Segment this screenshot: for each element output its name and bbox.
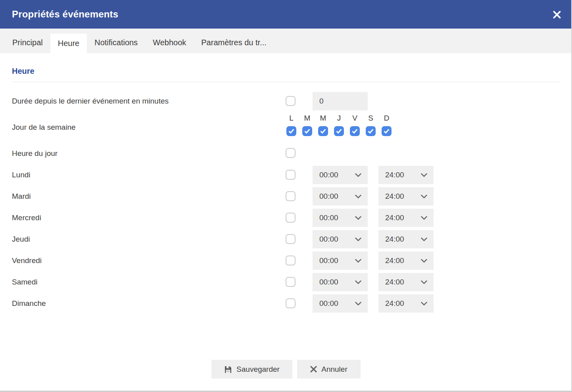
check-icon — [289, 128, 294, 133]
start-time-select[interactable]: 00:00 — [313, 273, 368, 291]
day-checkbox[interactable] — [286, 277, 296, 287]
day-checkbox[interactable] — [286, 256, 296, 265]
weekday-letter: D — [382, 113, 392, 123]
weekday-letter: L — [286, 113, 296, 123]
section-title: Heure — [12, 67, 35, 76]
end-time-select[interactable]: 24:00 — [378, 166, 434, 184]
start-time-select[interactable]: 00:00 — [313, 294, 368, 313]
end-time-select[interactable]: 24:00 — [378, 273, 434, 291]
start-time-select[interactable]: 00:00 — [313, 230, 368, 248]
start-time-select[interactable]: 00:00 — [313, 252, 368, 270]
close-icon[interactable] — [552, 10, 561, 19]
weekday-letter: V — [350, 113, 360, 123]
chevron-down-icon — [421, 238, 427, 242]
section-divider — [12, 82, 561, 82]
check-icon — [336, 128, 342, 133]
chevron-down-icon — [421, 302, 427, 306]
end-time-value: 24:00 — [378, 192, 404, 201]
chevron-down-icon — [355, 238, 361, 242]
check-icon — [352, 128, 358, 133]
weekday-checkbox[interactable] — [382, 126, 392, 136]
save-button[interactable]: Sauvegarder — [211, 360, 292, 379]
weekday-label: Jour de la semaine — [12, 122, 76, 133]
dialog-titlebar: Propriétés événements — [0, 0, 572, 29]
day-label: Vendredi — [12, 252, 42, 270]
weekday-checkbox[interactable] — [318, 126, 328, 136]
chevron-down-icon — [355, 173, 361, 177]
weekday-checkbox[interactable] — [366, 126, 376, 136]
weekday-letter: M — [302, 113, 312, 123]
cancel-button[interactable]: Annuler — [297, 360, 361, 379]
chevron-down-icon — [355, 195, 361, 199]
end-time-select[interactable]: 24:00 — [378, 187, 434, 206]
tab-parametres[interactable]: Paramètres du tr... — [194, 29, 274, 53]
chevron-down-icon — [355, 281, 361, 284]
save-button-label: Sauvegarder — [236, 365, 280, 374]
start-time-value: 00:00 — [313, 171, 338, 179]
chevron-down-icon — [421, 259, 427, 263]
event-properties-dialog: Propriétés événements PrincipalHeureNoti… — [0, 0, 572, 392]
weekday-letter: S — [366, 113, 376, 123]
day-checkbox[interactable] — [286, 191, 296, 201]
chevron-down-icon — [355, 302, 361, 306]
day-checkbox[interactable] — [286, 170, 296, 180]
end-time-value: 24:00 — [378, 256, 404, 265]
chevron-down-icon — [421, 216, 427, 220]
chevron-down-icon — [355, 259, 361, 263]
start-time-select[interactable]: 00:00 — [313, 209, 368, 227]
day-checkbox[interactable] — [286, 298, 296, 308]
weekday-checkbox[interactable] — [286, 126, 296, 136]
day-label: Mercredi — [12, 209, 41, 227]
tab-heure[interactable]: Heure — [50, 34, 87, 53]
save-icon — [224, 365, 232, 373]
start-time-value: 00:00 — [313, 213, 338, 222]
check-icon — [368, 128, 374, 133]
chevron-down-icon — [355, 216, 361, 220]
end-time-value: 24:00 — [378, 299, 404, 308]
check-icon — [384, 128, 390, 133]
chevron-down-icon — [421, 195, 427, 199]
end-time-select[interactable]: 24:00 — [378, 294, 434, 313]
end-time-select[interactable]: 24:00 — [378, 209, 434, 227]
cancel-x-icon — [310, 366, 317, 373]
end-time-select[interactable]: 24:00 — [378, 230, 434, 248]
duration-checkbox[interactable] — [286, 96, 296, 106]
start-time-value: 00:00 — [313, 278, 338, 286]
day-label: Dimanche — [12, 294, 46, 313]
end-time-value: 24:00 — [378, 213, 404, 222]
day-label: Lundi — [12, 166, 31, 184]
tab-webhook[interactable]: Webhook — [145, 29, 194, 53]
start-time-value: 00:00 — [313, 235, 338, 244]
hour-of-day-checkbox[interactable] — [286, 148, 296, 158]
tab-notifications[interactable]: Notifications — [87, 29, 145, 53]
start-time-value: 00:00 — [313, 192, 338, 201]
check-icon — [305, 128, 310, 133]
chevron-down-icon — [421, 173, 427, 177]
start-time-select[interactable]: 00:00 — [313, 187, 368, 206]
duration-input[interactable] — [313, 92, 368, 110]
day-checkbox[interactable] — [286, 234, 296, 244]
chevron-down-icon — [421, 281, 427, 284]
window-bottom-edge — [0, 390, 572, 392]
duration-label: Durée depuis le dernier événement en min… — [12, 92, 169, 110]
weekday-checkbox[interactable] — [334, 126, 344, 136]
weekday-checkbox[interactable] — [350, 126, 360, 136]
end-time-value: 24:00 — [378, 278, 404, 286]
weekday-checkbox[interactable] — [302, 126, 312, 136]
end-time-select[interactable]: 24:00 — [378, 252, 434, 270]
weekday-letter: M — [318, 113, 328, 123]
day-checkbox[interactable] — [286, 213, 296, 223]
cancel-button-label: Annuler — [321, 365, 347, 374]
tab-principal[interactable]: Principal — [5, 29, 50, 53]
hour-of-day-label: Heure du jour — [12, 148, 58, 159]
start-time-value: 00:00 — [313, 299, 338, 308]
weekday-letter: J — [334, 113, 344, 123]
start-time-value: 00:00 — [313, 256, 338, 265]
day-label: Samedi — [12, 273, 37, 291]
tab-bar: PrincipalHeureNotificationsWebhookParamè… — [0, 29, 572, 53]
start-time-select[interactable]: 00:00 — [313, 166, 368, 184]
day-label: Jeudi — [12, 230, 30, 248]
check-icon — [321, 128, 326, 133]
dialog-title: Propriétés événements — [12, 0, 118, 29]
end-time-value: 24:00 — [378, 171, 404, 179]
